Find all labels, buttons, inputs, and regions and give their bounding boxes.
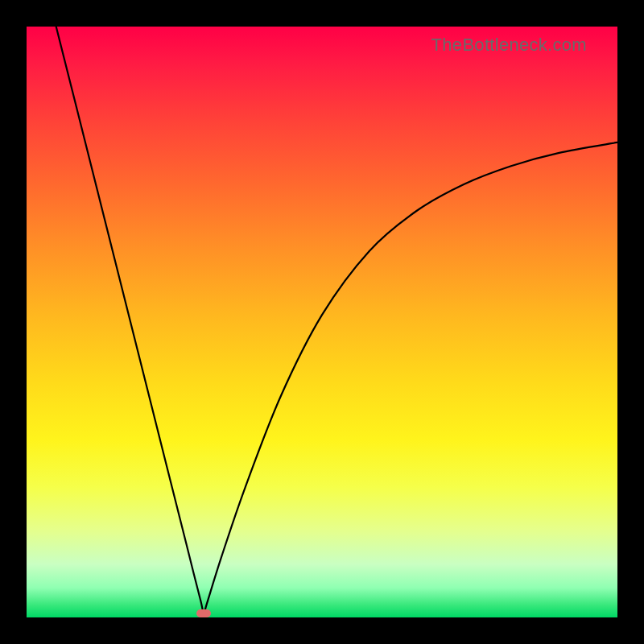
bottleneck-curve <box>56 27 617 613</box>
curve-svg <box>27 27 617 617</box>
plot-area: TheBottleneck.com <box>27 27 617 617</box>
chart-frame: TheBottleneck.com <box>0 0 644 644</box>
minimum-marker-icon <box>196 609 211 617</box>
